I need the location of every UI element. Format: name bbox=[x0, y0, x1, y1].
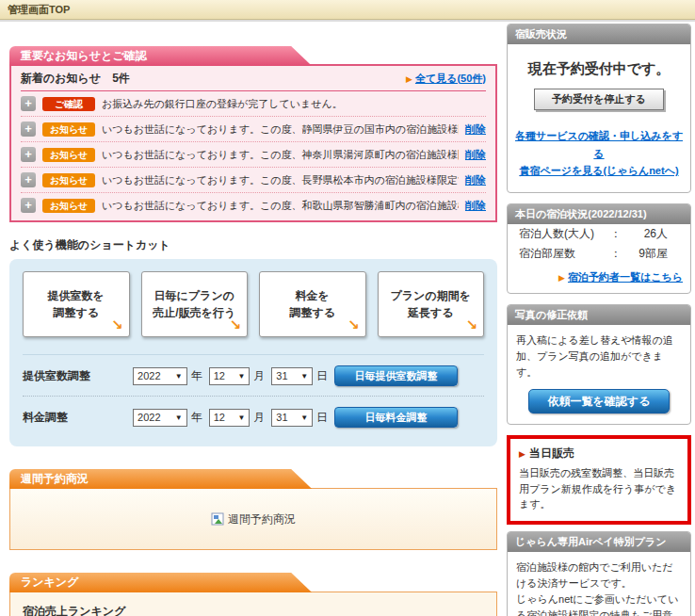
shortcut-adjust-rooms-button[interactable]: 提供室数を 調整する ↘ bbox=[23, 271, 130, 337]
year-select[interactable]: 2022▼ bbox=[133, 409, 187, 427]
sales-status-header: 宿販売状況 bbox=[508, 24, 690, 44]
view-all-notices-link[interactable]: 全て見る(50件) bbox=[415, 73, 486, 84]
view-property-page-link[interactable]: 貴宿ページを見る(じゃらんnetへ) bbox=[519, 165, 678, 176]
ranking-heading: 宿泊売上ランキング bbox=[23, 604, 484, 616]
photo-request-header: 写真の修正依頼 bbox=[508, 305, 690, 325]
airpay-text-line1: 宿泊施設様の館内でご利用いただける決済サービスです。 bbox=[516, 559, 682, 592]
same-day-sales-link[interactable]: ▶当日販売 bbox=[519, 446, 679, 462]
shortcut-daily-plan-button[interactable]: 日毎にプランの 売止/販売を行う ↘ bbox=[141, 271, 249, 337]
main-column: 重要なお知らせとご確認 新着のお知らせ 5件 ▶全て見る(50件) + ご確認 … bbox=[9, 22, 497, 616]
delete-notice-link[interactable]: 削除 bbox=[465, 199, 486, 213]
guest-list-link[interactable]: 宿泊予約者一覧はこちら bbox=[568, 271, 683, 283]
admin-dashboard: 管理画面TOP 重要なお知らせとご確認 新着のお知らせ 5件 ▶全て見る(50件… bbox=[0, 0, 695, 616]
colon: ： bbox=[607, 246, 624, 262]
notice-badge: お知らせ bbox=[42, 122, 95, 137]
photo-request-box: 写真の修正依頼 再入稿による差し替えや情報の追加、プラン写真の追加ができます。 … bbox=[507, 304, 691, 425]
expand-notice-button[interactable]: + bbox=[21, 198, 36, 213]
year-unit: 年 bbox=[191, 410, 202, 426]
row-label: 宿泊部屋数 bbox=[519, 246, 607, 262]
expand-notice-button[interactable]: + bbox=[21, 122, 36, 137]
shortcut-extend-plan-button[interactable]: プランの期間を 延長する ↘ bbox=[378, 271, 485, 337]
chevron-down-icon: ▼ bbox=[300, 372, 308, 381]
diagonal-arrow-icon: ↘ bbox=[111, 315, 123, 336]
airpay-text-line2: じゃらんnetにご参画いただいている宿泊施設様限定の特典もご用意しております。 bbox=[516, 592, 682, 616]
month-unit: 月 bbox=[253, 368, 265, 384]
year-select[interactable]: 2022▼ bbox=[133, 367, 187, 385]
delete-notice-link[interactable]: 削除 bbox=[465, 122, 486, 137]
sidebar: 宿販売状況 現在予約受付中です。 予約受付を停止する 各種サービスの確認・申し込… bbox=[507, 24, 691, 616]
notice-badge: お知らせ bbox=[42, 148, 95, 162]
row-label: 宿泊人数(大人) bbox=[519, 226, 607, 242]
expand-notice-button[interactable]: + bbox=[21, 96, 36, 111]
weekly-section-header: 週間予約商況 bbox=[9, 469, 312, 489]
notice-text: いつもお世話になっております。この度、神奈川県湯河原町内の宿泊施設様限定で使える… bbox=[102, 148, 459, 162]
breadcrumb: 管理画面TOP bbox=[0, 0, 695, 20]
airpay-text: 宿泊施設様の館内でご利用いただける決済サービスです。 じゃらんnetにご参画いた… bbox=[508, 552, 690, 616]
chevron-down-icon: ▼ bbox=[175, 413, 183, 422]
broken-image-icon bbox=[211, 512, 224, 526]
sales-status-box: 宿販売状況 現在予約受付中です。 予約受付を停止する 各種サービスの確認・申し込… bbox=[507, 24, 691, 193]
same-day-sales-text: 当日販売の残室数調整、当日販売用プラン新規作成を行う事ができます。 bbox=[519, 465, 679, 512]
airpay-header: じゃらん専用Airペイ特別プラン bbox=[508, 532, 690, 552]
shortcut-label: 料金を bbox=[296, 287, 330, 304]
shortcut-label: 提供室数を bbox=[48, 287, 105, 304]
daily-room-adjust-button[interactable]: 日毎提供室数調整 bbox=[334, 365, 458, 386]
notices-section: 重要なお知らせとご確認 新着のお知らせ 5件 ▶全て見る(50件) + ご確認 … bbox=[9, 46, 497, 222]
notice-row: + ご確認 お振込み先の銀行口座の登録が完了していません。 bbox=[21, 91, 486, 116]
today-status-header: 本日の宿泊状況(2022/12/31) bbox=[508, 204, 690, 224]
shortcut-adjust-price-button[interactable]: 料金を 調整する ↘ bbox=[259, 271, 366, 337]
right-triangle-icon: ▶ bbox=[519, 449, 525, 459]
delete-notice-link[interactable]: 削除 bbox=[465, 173, 486, 187]
month-unit: 月 bbox=[253, 410, 265, 426]
shortcuts-heading: よく使う機能のショートカット bbox=[9, 237, 497, 253]
diagonal-arrow-icon: ↘ bbox=[348, 315, 360, 336]
ranking-section-header: ランキング bbox=[9, 573, 312, 592]
weekly-placeholder-text: 週間予約商況 bbox=[228, 511, 296, 527]
services-link[interactable]: 各種サービスの確認・申し込みをする bbox=[515, 130, 683, 159]
same-day-sales-box-highlighted: ▶当日販売 当日販売の残室数調整、当日販売用プラン新規作成を行う事ができます。 bbox=[507, 435, 691, 525]
delete-notice-link[interactable]: 削除 bbox=[465, 148, 486, 162]
day-select[interactable]: 31▼ bbox=[271, 367, 313, 385]
shortcut-label: 延長する bbox=[408, 304, 454, 321]
accepting-status-text: 現在予約受付中です。 bbox=[508, 60, 690, 78]
month-select[interactable]: 12▼ bbox=[209, 409, 251, 427]
new-notices-count: 新着のお知らせ 5件 bbox=[21, 71, 130, 87]
guest-count-row: 宿泊人数(大人) ： 26人 bbox=[508, 224, 690, 244]
notice-text: いつもお世話になっております。この度、和歌山県那智勝浦町内の宿泊施設様限定で使え… bbox=[102, 199, 459, 213]
notice-text: お振込み先の銀行口座の登録が完了していません。 bbox=[102, 97, 486, 111]
shortcut-label: 売止/販売を行う bbox=[153, 304, 235, 321]
daily-price-adjust-button[interactable]: 日毎料金調整 bbox=[334, 407, 458, 428]
day-select[interactable]: 31▼ bbox=[271, 409, 313, 427]
notice-row: + お知らせ いつもお世話になっております。この度、静岡県伊豆の国市内の宿泊施設… bbox=[21, 116, 486, 141]
stop-accepting-button[interactable]: 予約受付を停止する bbox=[534, 89, 664, 110]
notice-badge: お知らせ bbox=[42, 199, 95, 213]
right-triangle-icon: ▶ bbox=[406, 74, 412, 84]
expand-notice-button[interactable]: + bbox=[21, 172, 36, 187]
today-status-box: 本日の宿泊状況(2022/12/31) 宿泊人数(大人) ： 26人 宿泊部屋数… bbox=[507, 203, 691, 294]
notices-section-header: 重要なお知らせとご確認 bbox=[9, 46, 312, 66]
photo-request-text: 再入稿による差し替えや情報の追加、プラン写真の追加ができます。 bbox=[508, 325, 690, 381]
row-label: 料金調整 bbox=[23, 410, 133, 426]
price-adjust-row: 料金調整 2022▼ 年 12▼ 月 31▼ 日 日毎料金調整 bbox=[23, 396, 484, 437]
notice-badge: お知らせ bbox=[42, 173, 95, 187]
notice-text: いつもお世話になっております。この度、長野県松本市内の宿泊施設様限定で使える宿泊… bbox=[102, 173, 459, 187]
chevron-down-icon: ▼ bbox=[237, 372, 245, 381]
shortcut-label: 調整する bbox=[289, 304, 335, 321]
diagonal-arrow-icon: ↘ bbox=[229, 315, 241, 336]
chevron-down-icon: ▼ bbox=[175, 372, 183, 381]
row-label: 提供室数調整 bbox=[23, 368, 133, 384]
month-select[interactable]: 12▼ bbox=[209, 367, 251, 385]
notice-row: + お知らせ いつもお世話になっております。この度、神奈川県湯河原町内の宿泊施設… bbox=[21, 141, 486, 167]
chevron-down-icon: ▼ bbox=[300, 413, 308, 422]
room-count-row: 宿泊部屋数 ： 9部屋 bbox=[508, 244, 690, 264]
ranking-section: ランキング 宿泊売上ランキング 全宿内順位 宿種別順位 bbox=[9, 573, 497, 616]
room-count-value: 9部屋 bbox=[624, 246, 690, 262]
check-requests-button[interactable]: 依頼一覧を確認する bbox=[528, 389, 670, 413]
day-unit: 日 bbox=[316, 410, 328, 426]
diagonal-arrow-icon: ↘ bbox=[465, 315, 477, 336]
notice-row: + お知らせ いつもお世話になっております。この度、和歌山県那智勝浦町内の宿泊施… bbox=[21, 192, 486, 218]
notice-row: + お知らせ いつもお世話になっております。この度、長野県松本市内の宿泊施設様限… bbox=[21, 167, 486, 192]
expand-notice-button[interactable]: + bbox=[21, 147, 36, 162]
notice-text: いつもお世話になっております。この度、静岡県伊豆の国市内の宿泊施設様限定で使える… bbox=[102, 122, 459, 137]
colon: ： bbox=[607, 226, 624, 242]
